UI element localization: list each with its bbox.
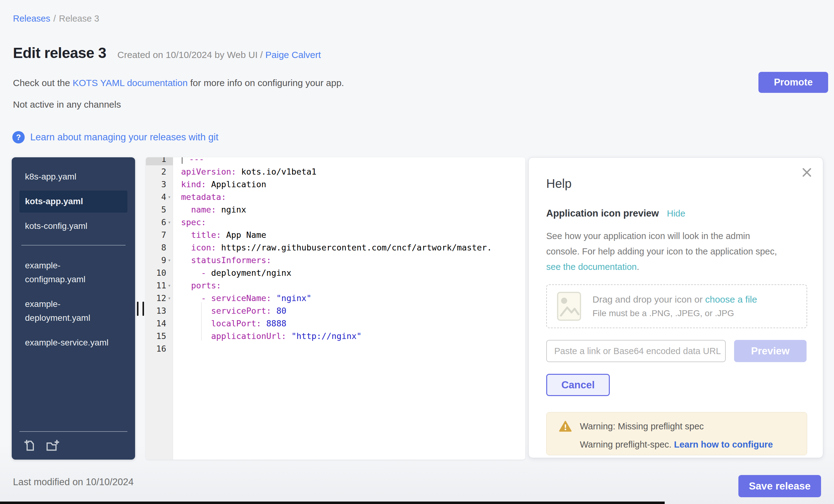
warning-triangle-icon bbox=[559, 420, 572, 432]
hide-link[interactable]: Hide bbox=[667, 209, 685, 219]
code-line[interactable]: name: nginx bbox=[181, 203, 525, 216]
code-line[interactable]: localPort: 8888 bbox=[181, 317, 525, 330]
icon-dropzone[interactable]: Drag and drop your icon or choose a file… bbox=[546, 284, 807, 328]
save-release-button[interactable]: Save release bbox=[739, 475, 821, 497]
icon-url-input[interactable] bbox=[546, 340, 726, 362]
breadcrumb-releases-link[interactable]: Releases bbox=[13, 14, 50, 23]
add-folder-icon[interactable] bbox=[45, 439, 60, 453]
file-list-primary: k8s-app.yamlkots-app.yamlkots-config.yam… bbox=[19, 166, 127, 237]
gutter-line-number: 16▾ bbox=[146, 342, 173, 355]
editor-gutter: 1▾2▾3▾4▾5▾6▾7▾8▾9▾10▾11▾12▾13▾14▾15▾16▾ bbox=[146, 157, 173, 355]
breadcrumb-separator: / bbox=[53, 14, 56, 23]
file-item[interactable]: kots-config.yaml bbox=[19, 215, 127, 237]
promote-button[interactable]: Promote bbox=[759, 72, 828, 93]
gutter-line-number: 1▾ bbox=[146, 157, 173, 165]
see-documentation-link[interactable]: see the documentation bbox=[546, 262, 637, 272]
file-list-divider bbox=[21, 245, 126, 245]
window-edge-bar bbox=[0, 502, 665, 504]
add-file-icon[interactable] bbox=[23, 439, 37, 453]
gutter-line-number: 4▾ bbox=[146, 191, 173, 203]
created-by-link[interactable]: Paige Calvert bbox=[265, 50, 321, 60]
title-row: Edit release 3 Created on 10/10/2024 by … bbox=[13, 44, 321, 61]
sidebar-footer-divider bbox=[19, 431, 127, 432]
last-modified: Last modified on 10/10/2024 bbox=[13, 477, 134, 488]
help-panel: Help Application icon preview Hide See h… bbox=[528, 157, 823, 458]
edit-release-page: Releases/Release 3 Edit release 3 Create… bbox=[0, 0, 834, 504]
file-sidebar: k8s-app.yamlkots-app.yamlkots-config.yam… bbox=[12, 157, 135, 460]
code-line[interactable]: servicePort: 80 bbox=[181, 304, 525, 317]
code-line[interactable]: ports: bbox=[181, 279, 525, 292]
choose-file-link[interactable]: choose a file bbox=[705, 294, 757, 304]
yaml-editor[interactable]: 1▾2▾3▾4▾5▾6▾7▾8▾9▾10▾11▾12▾13▾14▾15▾16▾ … bbox=[146, 157, 525, 460]
docs-line: Check out the KOTS YAML documentation fo… bbox=[13, 78, 344, 88]
text-cursor bbox=[182, 157, 182, 164]
code-line[interactable]: icon: https://raw.githubusercontent.com/… bbox=[181, 241, 525, 254]
icon-preview-title: Application icon preview bbox=[546, 208, 659, 219]
gutter-line-number: 15▾ bbox=[146, 330, 173, 342]
code-line[interactable]: title: App Name bbox=[181, 228, 525, 241]
created-info: Created on 10/10/2024 by Web UI / Paige … bbox=[117, 50, 321, 60]
file-item[interactable]: example-configmap.yaml bbox=[19, 255, 127, 290]
gutter-line-number: 9▾ bbox=[146, 254, 173, 266]
warning-title: Warning: Missing preflight spec bbox=[580, 421, 704, 432]
gutter-line-number: 14▾ bbox=[146, 317, 173, 330]
code-line[interactable]: - deployment/nginx bbox=[181, 266, 525, 279]
page-title: Edit release 3 bbox=[13, 44, 106, 61]
gutter-line-number: 3▾ bbox=[146, 178, 173, 191]
gutter-line-number: 12▾ bbox=[146, 292, 173, 304]
editor-code[interactable]: ---apiVersion: kots.io/v1beta1kind: Appl… bbox=[173, 157, 525, 355]
preview-button[interactable]: Preview bbox=[734, 340, 807, 362]
fold-caret-icon[interactable]: ▾ bbox=[166, 194, 172, 200]
file-item[interactable]: example-deployment.yaml bbox=[19, 293, 127, 329]
fold-caret-icon[interactable]: ▾ bbox=[166, 295, 172, 301]
code-line[interactable]: --- bbox=[181, 157, 525, 165]
gutter-line-number: 13▾ bbox=[146, 304, 173, 317]
file-item[interactable]: k8s-app.yaml bbox=[19, 166, 127, 188]
code-line[interactable]: kind: Application bbox=[181, 178, 525, 191]
cancel-button[interactable]: Cancel bbox=[546, 374, 610, 396]
gutter-line-number: 2▾ bbox=[146, 165, 173, 178]
sidebar-footer bbox=[19, 431, 127, 453]
kots-yaml-docs-link[interactable]: KOTS YAML documentation bbox=[72, 78, 188, 88]
close-icon[interactable] bbox=[801, 166, 813, 179]
sidebar-resize-handle[interactable] bbox=[137, 302, 144, 316]
help-title: Help bbox=[546, 177, 807, 191]
gutter-line-number: 10▾ bbox=[146, 266, 173, 279]
code-line[interactable]: statusInformers: bbox=[181, 254, 525, 266]
file-item[interactable]: kots-app.yaml bbox=[19, 191, 127, 213]
code-line[interactable]: apiVersion: kots.io/v1beta1 bbox=[181, 165, 525, 178]
dropzone-hint: File must be a .PNG, .JPEG, or .JPG bbox=[592, 308, 757, 318]
icon-preview-description: See how your application icon will look … bbox=[546, 228, 785, 275]
question-circle-icon: ? bbox=[12, 131, 25, 144]
fold-caret-icon[interactable]: ▾ bbox=[166, 219, 172, 225]
file-list-secondary: example-configmap.yamlexample-deployment… bbox=[19, 255, 127, 353]
code-line[interactable]: metadata: bbox=[181, 191, 525, 203]
gutter-line-number: 8▾ bbox=[146, 241, 173, 254]
channel-status: Not active in any channels bbox=[13, 99, 121, 110]
warning-body: Warning preflight-spec. Learn how to con… bbox=[580, 440, 807, 450]
fold-caret-icon[interactable]: ▾ bbox=[166, 257, 172, 263]
fold-caret-icon[interactable]: ▾ bbox=[166, 283, 172, 288]
learn-configure-link[interactable]: Learn how to configure bbox=[674, 440, 773, 450]
git-help-row: ? Learn about managing your releases wit… bbox=[12, 131, 218, 144]
gutter-line-number: 11▾ bbox=[146, 279, 173, 292]
indent-guide bbox=[201, 303, 202, 340]
code-line[interactable]: spec: bbox=[181, 216, 525, 228]
dropzone-text: Drag and drop your icon or choose a file bbox=[592, 294, 757, 305]
gutter-line-number: 7▾ bbox=[146, 228, 173, 241]
code-line[interactable] bbox=[181, 342, 525, 355]
code-line[interactable]: applicationUrl: "http://nginx" bbox=[181, 330, 525, 342]
git-help-link[interactable]: Learn about managing your releases with … bbox=[30, 132, 218, 143]
gutter-line-number: 5▾ bbox=[146, 203, 173, 216]
code-line[interactable]: - serviceName: "nginx" bbox=[181, 292, 525, 304]
preflight-warning: Warning: Missing preflight spec Warning … bbox=[546, 412, 807, 455]
breadcrumb-current: Release 3 bbox=[59, 14, 99, 23]
file-item[interactable]: example-service.yaml bbox=[19, 332, 127, 354]
gutter-line-number: 6▾ bbox=[146, 216, 173, 228]
breadcrumb: Releases/Release 3 bbox=[13, 14, 99, 24]
image-placeholder-icon bbox=[557, 291, 581, 321]
